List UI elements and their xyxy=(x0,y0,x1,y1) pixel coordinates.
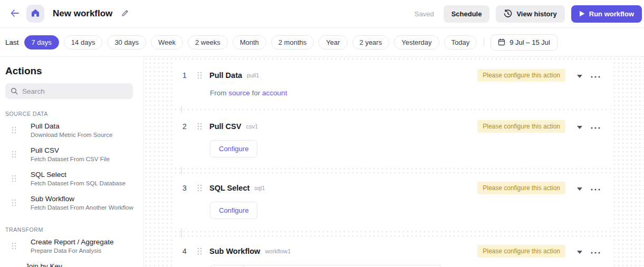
action-subtitle: Fetch Dataset From SQL Database xyxy=(31,180,126,186)
action-item-create-report[interactable]: Create Report / Aggregate Prepare Data F… xyxy=(0,234,143,258)
drag-handle-icon[interactable] xyxy=(197,123,202,130)
home-icon xyxy=(31,9,40,18)
step-title: SQL Select xyxy=(209,184,249,192)
ellipsis-icon xyxy=(591,184,600,192)
step-number: 1 xyxy=(182,71,191,80)
drag-handle-icon[interactable] xyxy=(197,184,202,192)
date-range-label: 9 Jul – 15 Jul xyxy=(510,38,550,46)
history-clock-icon xyxy=(504,9,512,18)
schedule-button[interactable]: Schedule xyxy=(444,5,490,23)
action-title: SQL Select xyxy=(31,171,126,179)
report-select-field: Report xyxy=(210,265,442,267)
drag-handle-icon[interactable] xyxy=(12,199,16,206)
account-link[interactable]: account xyxy=(262,89,287,97)
chevron-down-icon xyxy=(577,123,582,131)
run-workflow-button[interactable]: Run workflow xyxy=(571,5,642,23)
drag-handle-icon[interactable] xyxy=(12,126,16,134)
step-connector-line xyxy=(181,229,182,238)
action-subtitle: Fetch Dataset From Another Workflow xyxy=(31,204,133,211)
back-button[interactable] xyxy=(7,6,22,21)
action-item-pull-csv[interactable]: Pull CSV Fetch Dataset From CSV File xyxy=(0,142,143,166)
range-pill-2-weeks[interactable]: 2 weeks xyxy=(188,35,228,50)
action-title: Sub Workflow xyxy=(31,195,133,203)
range-pill-7-days[interactable]: 7 days xyxy=(24,35,59,50)
range-pill-yesterday[interactable]: Yesterday xyxy=(394,35,439,50)
schedule-button-label: Schedule xyxy=(451,10,482,18)
workflow-step-4-card: 4 Sub Workflow workflow1 Please configur… xyxy=(173,238,612,267)
range-pill-30-days[interactable]: 30 days xyxy=(107,35,146,50)
ellipsis-icon xyxy=(591,72,600,80)
collapse-step-button[interactable] xyxy=(577,184,582,192)
range-pill-today[interactable]: Today xyxy=(444,35,477,50)
sentence-text: From xyxy=(210,89,227,97)
edit-title-button[interactable] xyxy=(119,7,131,20)
ellipsis-icon xyxy=(591,123,600,131)
chevron-down-icon xyxy=(577,184,582,192)
step-menu-button[interactable] xyxy=(591,248,600,255)
configure-warning-badge: Please configure this action xyxy=(477,182,565,194)
drag-handle-icon[interactable] xyxy=(197,248,202,255)
action-subtitle: Fetch Dataset From CSV File xyxy=(31,156,110,162)
section-label-transform: TRANSFORM xyxy=(5,226,143,233)
step-menu-button[interactable] xyxy=(591,72,600,80)
search-input[interactable] xyxy=(22,87,128,95)
range-pill-2-years[interactable]: 2 years xyxy=(352,35,390,50)
range-pill-14-days[interactable]: 14 days xyxy=(64,35,103,50)
drag-handle-icon[interactable] xyxy=(197,72,202,79)
action-title: Pull Data xyxy=(31,122,112,130)
drag-handle-icon[interactable] xyxy=(12,242,16,250)
workflow-step-1-card: 1 Pull Data pull1 Please configure this … xyxy=(173,62,612,106)
configure-button[interactable]: Configure xyxy=(210,140,257,157)
collapse-step-button[interactable] xyxy=(577,123,582,131)
workflow-step-2-card: 2 Pull CSV csv1 Please configure this ac… xyxy=(173,113,612,167)
drag-handle-icon[interactable] xyxy=(12,175,16,182)
section-label-source-data: SOURCE DATA xyxy=(5,111,143,117)
action-title: Pull CSV xyxy=(31,146,110,154)
step-menu-button[interactable] xyxy=(591,184,600,192)
range-pill-month[interactable]: Month xyxy=(233,35,266,50)
range-pill-year[interactable]: Year xyxy=(319,35,347,50)
chevron-down-icon xyxy=(577,248,582,255)
actions-sidebar: Actions SOURCE DATA Pull Data Download M… xyxy=(0,57,144,267)
chevron-down-icon xyxy=(577,72,582,80)
date-range-picker[interactable]: 9 Jul – 15 Jul xyxy=(491,34,558,51)
action-item-sql-select[interactable]: SQL Select Fetch Dataset From SQL Databa… xyxy=(0,166,143,191)
action-item-join-by-key[interactable]: Join by Key xyxy=(0,258,143,267)
action-item-pull-data[interactable]: Pull Data Download Metric From Source xyxy=(0,118,143,142)
step-connector-line xyxy=(181,167,182,174)
step-number: 4 xyxy=(182,247,191,255)
actions-search[interactable] xyxy=(5,83,133,99)
sentence-text: for xyxy=(252,89,261,97)
step-title: Pull CSV xyxy=(209,122,241,131)
back-arrow-icon xyxy=(10,9,20,19)
drag-handle-icon[interactable] xyxy=(12,151,16,158)
calendar-icon xyxy=(498,38,505,46)
timebar-divider xyxy=(484,37,484,47)
step-config-sentence: From source for account xyxy=(210,89,600,97)
top-header: New workflow Saved Schedule View history… xyxy=(0,0,644,28)
step-id: csv1 xyxy=(246,123,258,130)
last-label: Last xyxy=(5,38,19,46)
collapse-step-button[interactable] xyxy=(577,248,582,255)
range-pill-2-months[interactable]: 2 months xyxy=(271,35,314,50)
source-link[interactable]: source xyxy=(228,89,250,97)
step-menu-button[interactable] xyxy=(591,123,600,131)
step-id: sql1 xyxy=(254,185,265,191)
run-workflow-button-label: Run workflow xyxy=(589,10,634,18)
ellipsis-icon xyxy=(591,248,600,255)
step-connector-line xyxy=(181,106,182,113)
view-history-button[interactable]: View history xyxy=(496,5,564,23)
home-button[interactable] xyxy=(26,5,44,23)
page-title: New workflow xyxy=(53,8,112,19)
collapse-step-button[interactable] xyxy=(577,72,582,80)
time-range-bar: Last 7 days 14 days 30 days Week 2 weeks… xyxy=(0,28,644,57)
search-icon xyxy=(11,87,18,95)
action-item-sub-workflow[interactable]: Sub Workflow Fetch Dataset From Another … xyxy=(0,191,143,215)
configure-warning-badge: Please configure this action xyxy=(477,245,565,258)
configure-button[interactable]: Configure xyxy=(210,202,257,219)
workflow-canvas: 1 Pull Data pull1 Please configure this … xyxy=(144,57,644,267)
range-pill-week[interactable]: Week xyxy=(151,35,183,50)
pencil-icon xyxy=(121,9,129,18)
workflow-step-3-card: 3 SQL Select sql1 Please configure this … xyxy=(173,174,612,229)
step-number: 3 xyxy=(182,184,191,192)
